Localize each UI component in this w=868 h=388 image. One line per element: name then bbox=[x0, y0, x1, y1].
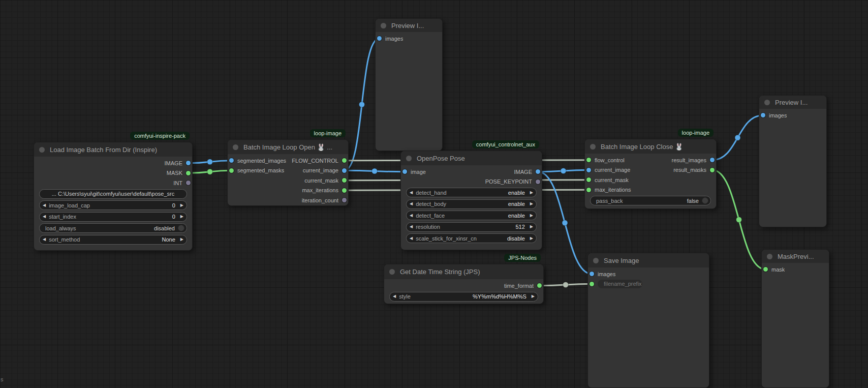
IMAGE-output-slot[interactable] bbox=[186, 161, 191, 165]
FLOW_CONTROL-output-slot[interactable] bbox=[342, 158, 347, 163]
image-input-slot[interactable] bbox=[402, 169, 407, 174]
collapse-dot-icon[interactable] bbox=[406, 156, 412, 161]
iteration_count-output-slot[interactable] bbox=[342, 198, 347, 202]
prev-arrow-icon[interactable]: ◀ bbox=[40, 237, 49, 242]
link-midpoint-dot[interactable] bbox=[736, 217, 742, 223]
node-title-bar[interactable]: Batch Image Loop Open 🐰 ... bbox=[228, 140, 348, 154]
prev-arrow-icon[interactable]: ◀ bbox=[407, 225, 416, 229]
node-get-date-time[interactable]: Get Date Time String (JPS)time_format◀st… bbox=[384, 264, 544, 304]
node-load-image-batch[interactable]: Load Image Batch From Dir (Inspire)IMAGE… bbox=[34, 142, 193, 251]
widget-detect_body[interactable]: ◀detect_bodyenable▶ bbox=[406, 199, 537, 209]
mask-input-slot[interactable] bbox=[763, 267, 768, 272]
node-title-bar[interactable]: OpenPose Pose bbox=[401, 151, 542, 165]
widget-image_load_cap[interactable]: ◀image_load_cap0▶ bbox=[39, 200, 187, 210]
link-midpoint-dot[interactable] bbox=[359, 102, 365, 107]
link-midpoint-dot[interactable] bbox=[561, 168, 566, 174]
node-title-bar[interactable]: Preview I... bbox=[759, 96, 826, 109]
node-preview-right[interactable]: Preview I...images bbox=[759, 95, 827, 227]
next-arrow-icon[interactable]: ▶ bbox=[177, 215, 187, 219]
link-wire bbox=[712, 170, 766, 270]
widget-pass_back[interactable]: pass_backfalse bbox=[590, 196, 711, 205]
next-arrow-icon[interactable]: ▶ bbox=[529, 294, 538, 299]
widget-detect_hand[interactable]: ◀detect_handenable▶ bbox=[406, 188, 537, 197]
current_image-output-slot[interactable] bbox=[342, 168, 347, 173]
POSE_KEYPOINT-output-slot[interactable] bbox=[536, 180, 540, 184]
images-input-slot[interactable] bbox=[590, 272, 594, 276]
graph-canvas[interactable]: s comfyui-inspire-packLoad Image Batch F… bbox=[0, 0, 868, 388]
max_iterations-input-slot[interactable] bbox=[586, 188, 591, 192]
toggle-knob-icon[interactable] bbox=[178, 225, 184, 231]
widget-detect_face[interactable]: ◀detect_faceenable▶ bbox=[406, 211, 537, 220]
collapse-dot-icon[interactable] bbox=[767, 254, 772, 259]
next-arrow-icon[interactable]: ▶ bbox=[527, 191, 536, 195]
prev-arrow-icon[interactable]: ◀ bbox=[407, 236, 416, 241]
widget-directory[interactable]: ... C:\Users\syui\git\comfyui\user\defau… bbox=[39, 189, 187, 199]
widget-style[interactable]: ◀style%Y%m%d%H%M%S▶ bbox=[389, 292, 538, 302]
next-arrow-icon[interactable]: ▶ bbox=[527, 225, 536, 229]
current_mask-output-slot[interactable] bbox=[342, 178, 347, 183]
collapse-dot-icon[interactable] bbox=[590, 144, 596, 150]
link-midpoint-dot[interactable] bbox=[372, 168, 378, 174]
prev-arrow-icon[interactable]: ◀ bbox=[40, 215, 49, 219]
time_format-output-slot[interactable] bbox=[537, 283, 542, 288]
images-input-slot[interactable] bbox=[761, 113, 765, 117]
node-title-bar[interactable]: Get Date Time String (JPS) bbox=[384, 264, 543, 279]
collapse-dot-icon[interactable] bbox=[389, 269, 395, 275]
widget-sort_method[interactable]: ◀sort_methodNone▶ bbox=[39, 235, 187, 245]
node-title-bar[interactable]: Save Image bbox=[588, 253, 709, 267]
collapse-dot-icon[interactable] bbox=[39, 147, 45, 153]
node-openpose[interactable]: OpenPose PoseimageIMAGEPOSE_KEYPOINT◀det… bbox=[400, 151, 542, 250]
segmented_masks-input-slot[interactable] bbox=[229, 168, 234, 173]
next-arrow-icon[interactable]: ▶ bbox=[527, 202, 536, 206]
next-arrow-icon[interactable]: ▶ bbox=[177, 203, 187, 207]
segmented_images-input-slot[interactable] bbox=[229, 158, 234, 163]
prev-arrow-icon[interactable]: ◀ bbox=[390, 294, 399, 299]
link-midpoint-dot[interactable] bbox=[563, 282, 569, 288]
collapse-dot-icon[interactable] bbox=[764, 100, 770, 105]
widget-start_index[interactable]: ◀start_index0▶ bbox=[39, 212, 187, 222]
node-preview-top[interactable]: Preview I...images bbox=[375, 18, 443, 151]
widget-scale_stick_for_xinsr_cn[interactable]: ◀scale_stick_for_xinsr_cndisable▶ bbox=[406, 233, 537, 243]
INT-output-slot[interactable] bbox=[186, 181, 191, 185]
result_images-output-slot[interactable] bbox=[710, 158, 715, 162]
prev-arrow-icon[interactable]: ◀ bbox=[407, 191, 416, 195]
link-midpoint-dot[interactable] bbox=[207, 159, 213, 165]
result_masks-output-slot[interactable] bbox=[710, 168, 715, 172]
collapse-dot-icon[interactable] bbox=[233, 144, 238, 150]
output-slot: IMAGE bbox=[472, 169, 542, 175]
images-input-slot[interactable] bbox=[377, 36, 382, 41]
link-midpoint-dot[interactable] bbox=[735, 135, 740, 140]
widgets: pass_backfalse bbox=[585, 196, 716, 205]
max_iterations-output-slot[interactable] bbox=[342, 188, 347, 193]
node-title-bar[interactable]: Load Image Batch From Dir (Inspire) bbox=[34, 142, 192, 157]
node-save-image[interactable]: Save Imageimagesfilename_prefix bbox=[587, 253, 709, 388]
node-title-bar[interactable]: MaskPrevi... bbox=[762, 250, 829, 263]
next-arrow-icon[interactable]: ▶ bbox=[527, 236, 536, 241]
widget-name: sort_method bbox=[49, 236, 162, 243]
slot-row: images bbox=[588, 269, 709, 279]
current_mask-input-slot[interactable] bbox=[586, 177, 591, 182]
next-arrow-icon[interactable]: ▶ bbox=[177, 237, 187, 242]
collapse-dot-icon[interactable] bbox=[593, 258, 599, 263]
IMAGE-output-slot[interactable] bbox=[536, 169, 540, 174]
prev-arrow-icon[interactable]: ◀ bbox=[407, 202, 416, 206]
node-loop-close[interactable]: Batch Image Loop Close 🐰flow_controlresu… bbox=[584, 139, 717, 209]
link-midpoint-dot[interactable] bbox=[207, 169, 213, 174]
MASK-output-slot[interactable] bbox=[186, 171, 191, 175]
next-arrow-icon[interactable]: ▶ bbox=[527, 214, 536, 218]
toggle-knob-icon[interactable] bbox=[702, 197, 708, 204]
current_image-input-slot[interactable] bbox=[586, 168, 591, 172]
filename_prefix-input-slot[interactable] bbox=[590, 282, 594, 286]
node-loop-open[interactable]: Batch Image Loop Open 🐰 ...segmented_ima… bbox=[227, 139, 349, 206]
node-mask-preview[interactable]: MaskPrevi...mask bbox=[761, 249, 829, 388]
prev-arrow-icon[interactable]: ◀ bbox=[40, 203, 49, 207]
node-title-bar[interactable]: Batch Image Loop Close 🐰 bbox=[585, 139, 716, 154]
widget-load_always[interactable]: load_alwaysdisabled bbox=[39, 223, 187, 233]
prev-arrow-icon[interactable]: ◀ bbox=[407, 214, 416, 218]
collapse-dot-icon[interactable] bbox=[381, 23, 386, 28]
link-midpoint-dot[interactable] bbox=[562, 220, 568, 226]
widget-resolution[interactable]: ◀resolution512▶ bbox=[406, 222, 537, 232]
widget-filename_prefix[interactable]: filename_prefix bbox=[598, 280, 642, 288]
node-title-bar[interactable]: Preview I... bbox=[376, 19, 442, 32]
flow_control-input-slot[interactable] bbox=[586, 158, 591, 162]
